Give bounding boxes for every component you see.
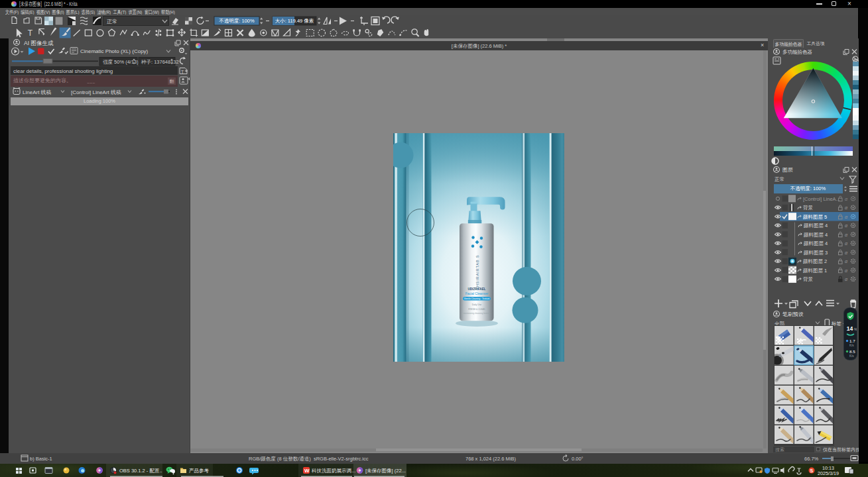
svg-text:14: 14: [846, 325, 853, 332]
svg-text:[Control] LineA...: [Control] LineA...: [803, 195, 840, 201]
svg-text:科技洗面奶展示调...: 科技洗面奶展示调...: [311, 468, 355, 474]
svg-text:Daily Use: Daily Use: [471, 303, 481, 305]
svg-text:α: α: [845, 250, 848, 254]
svg-text:[Control] LineArt 线稿: [Control] LineArt 线稿: [71, 89, 121, 95]
svg-text:8.5: 8.5: [849, 349, 855, 354]
svg-text:不透明度: 100%: 不透明度: 100%: [219, 18, 255, 24]
svg-text:LineArt 线稿: LineArt 线稿: [23, 89, 52, 95]
svg-text:产品参考: 产品参考: [189, 468, 210, 474]
svg-text:种子: 137648132: 种子: 137648132: [141, 59, 179, 65]
svg-text:α: α: [845, 205, 848, 210]
svg-text:OBS 30.1.2 - 配置..: OBS 30.1.2 - 配置..: [119, 468, 162, 474]
svg-text:大小: 119.49 像素: 大小: 119.49 像素: [275, 18, 314, 24]
svg-text:笔刷预设: 笔刷预设: [782, 311, 804, 317]
svg-text:1.7: 1.7: [849, 339, 855, 343]
svg-text:moisturizing cleansing formula: moisturizing cleansing formula: [463, 311, 490, 314]
svg-text:多功能拾色器: 多功能拾色器: [782, 49, 812, 55]
svg-text:W: W: [304, 468, 310, 474]
svg-text:正常: 正常: [775, 176, 784, 182]
svg-text:Facial Cleanser: Facial Cleanser: [465, 292, 488, 295]
svg-text:AI 图像生成: AI 图像生成: [24, 40, 54, 46]
svg-text:颜料图层 4: 颜料图层 4: [803, 223, 828, 229]
svg-text:FRESH & CLEAN: FRESH & CLEAN: [468, 308, 485, 311]
svg-text:α: α: [845, 241, 848, 246]
svg-text:K/s: K/s: [849, 344, 854, 347]
svg-text:颜料图层 5: 颜料图层 5: [802, 213, 827, 219]
svg-text:颜料图层 4: 颜料图层 4: [803, 240, 828, 246]
svg-text:2025/3/19: 2025/3/19: [818, 470, 839, 476]
svg-text:Gentle Cleaning · Texture: Gentle Cleaning · Texture: [464, 297, 489, 300]
svg-text:正常: 正常: [107, 19, 117, 25]
svg-text:颜料图层 3: 颜料图层 3: [803, 249, 828, 255]
svg-text:颜料图层 2: 颜料图层 2: [802, 258, 827, 264]
svg-text:颜料图层 1: 颜料图层 1: [802, 267, 827, 273]
svg-text:S: S: [810, 468, 814, 473]
svg-text:α: α: [845, 232, 848, 237]
svg-text:UDIZRIFAEL: UDIZRIFAEL: [467, 288, 485, 291]
svg-text:K/s: K/s: [849, 354, 854, 358]
svg-text:图层: 图层: [782, 167, 793, 173]
svg-text:α: α: [845, 259, 848, 264]
svg-text:Cinematic Photo (XL) (Copy): Cinematic Photo (XL) (Copy): [80, 48, 149, 54]
svg-text:α: α: [845, 277, 848, 282]
svg-text:α: α: [845, 223, 848, 228]
svg-text:颜料图层 4: 颜料图层 4: [803, 231, 828, 237]
svg-text:T: T: [181, 70, 184, 74]
svg-text:背景: 背景: [803, 276, 814, 282]
svg-text:%: %: [854, 327, 857, 331]
svg-text:背景: 背景: [803, 205, 814, 211]
svg-text:α: α: [845, 268, 848, 272]
svg-text:HSIRAIRTAB S: HSIRAIRTAB S: [475, 254, 479, 287]
svg-text:α: α: [845, 196, 848, 201]
svg-text:[未保存图像] (22...: [未保存图像] (22...: [365, 468, 406, 474]
svg-text:T: T: [28, 28, 33, 38]
